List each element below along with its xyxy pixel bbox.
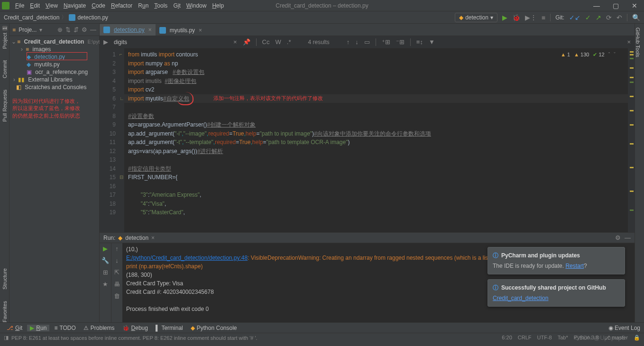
status-lineending[interactable]: CRLF [518,335,532,341]
close-find-icon[interactable]: × [627,38,631,46]
status-position[interactable]: 6:20 [502,335,512,341]
status-bar: ◨ PEP 8: E261 at least two spaces before… [0,333,644,342]
menu-tools[interactable]: Tools [151,2,170,9]
code-editor[interactable]: 12345678910111213141516171819 ⌐ ∟ ⊟ from… [100,48,635,232]
search-everywhere-button[interactable]: 🔍 [632,14,640,21]
notification-github[interactable]: ⓘSuccessfully shared project on GitHub C… [488,279,625,307]
menu-file[interactable]: File [12,2,27,9]
pullrequests-tool-button[interactable]: Pull Requests [2,90,8,122]
search-text[interactable]: digits [114,39,127,46]
up-icon[interactable]: ↑ [115,245,119,252]
tree-file-ocr[interactable]: ▣ ocr_a_reference.png [9,68,99,76]
next-match-icon[interactable]: ↓ [355,38,359,46]
github-tools-button[interactable]: GitHub Tools [635,27,641,57]
debug-button[interactable]: 🐞 [512,14,520,21]
status-indicator-icon[interactable]: ◨ [4,335,9,341]
run-icon[interactable]: ▶ [103,38,108,46]
status-indent[interactable]: Tab* [558,335,568,341]
git-update-button[interactable]: ✓↙ [569,14,580,21]
run-configuration-selector[interactable]: ◆ detection ▾ [455,13,497,22]
regex-icon[interactable]: .* [287,38,291,46]
status-encoding[interactable]: UTF-8 [537,335,552,341]
project-header-title[interactable]: Proje... [18,27,37,33]
export-icon[interactable]: ⇱ [114,269,120,276]
clear-search-icon[interactable]: × [233,38,237,46]
print-icon[interactable]: 🖶 [114,281,120,288]
console-output[interactable]: (10,) E:/python/Credit_card_detection/de… [122,243,635,322]
maximize-button[interactable]: ▢ [606,2,625,9]
hide-run-icon[interactable]: — [625,234,631,241]
project-tool-button[interactable]: Project1 [2,26,8,49]
btab-problems[interactable]: ⚠Problems [81,325,118,331]
expand-icon[interactable]: ⇅ [65,26,71,33]
file-link[interactable]: E:/python/Credit_card_detection/detectio… [126,255,248,261]
lock-icon[interactable]: 🔒 [634,335,640,341]
run-coverage-button[interactable]: ▶⋮ [525,14,537,21]
minimize-button[interactable]: — [587,2,606,9]
btab-debug[interactable]: 🐞Debug [120,325,151,331]
remove-selection-icon[interactable]: ⁻⊞ [396,38,405,46]
github-link[interactable]: Credit_card_detection [493,295,548,301]
run-button[interactable]: ▶ [502,14,507,21]
btab-git[interactable]: ⎇Git [4,325,25,331]
tool-icon[interactable]: 🔧 [101,257,109,264]
collapse-icon[interactable]: ⇵ [74,26,79,33]
btab-terminal[interactable]: ▌Terminal [153,325,186,331]
words-icon[interactable]: W [276,38,281,46]
error-stripe[interactable] [628,48,635,232]
filter-icon[interactable]: ▼ [429,38,435,46]
pin-icon[interactable]: 📌 [243,38,250,46]
menu-run[interactable]: Run [135,2,151,9]
menu-git[interactable]: Git [170,2,183,9]
settings-icon[interactable]: ≡↕ [416,38,423,46]
settings-icon[interactable]: ⚙ [82,26,87,33]
btab-run[interactable]: ▶Run [27,325,49,331]
git-history-button[interactable]: ⟳ [606,14,612,21]
git-commit-button[interactable]: ✓ [585,14,591,21]
menu-refactor[interactable]: Refactor [108,2,135,9]
menu-help[interactable]: Help [209,2,227,9]
inspection-summary[interactable]: ▲1 ▲130 ✔12 ˆˇ [561,50,616,59]
match-case-icon[interactable]: Cc [262,38,270,46]
notification-updates[interactable]: ⓘPyCharm and plugin updates The IDE is r… [488,247,625,274]
btab-todo[interactable]: ≡TODO [51,325,78,331]
favorites-tool-button[interactable]: Favorites [2,301,8,322]
event-log-button[interactable]: ◉ Event Log [608,325,640,331]
tree-scratches[interactable]: ◧ Scratches and Consoles [9,83,99,91]
select-all-icon[interactable]: ▭ [364,38,370,46]
tab-detection[interactable]: detection.py × [100,24,156,36]
pin-icon[interactable]: ★ [102,281,108,288]
down-icon[interactable]: ↓ [115,257,119,264]
tab-myutils[interactable]: myutils.py × [156,24,206,36]
locate-icon[interactable]: ⊕ [57,26,63,33]
git-push-button[interactable]: ↗ [596,14,601,21]
menu-navigate[interactable]: Navigate [61,2,89,9]
close-tab-icon[interactable]: × [199,27,202,34]
breadcrumb-file[interactable]: detection.py [77,14,108,21]
chevron-right-icon: 〉 [61,13,67,21]
menu-view[interactable]: View [43,2,61,9]
close-tab-icon[interactable]: × [148,27,152,33]
prev-match-icon[interactable]: ↑ [347,38,350,46]
trash-icon[interactable]: 🗑 [114,292,120,300]
close-button[interactable]: ✕ [625,2,644,9]
commit-tool-button[interactable]: Commit [2,60,8,78]
breadcrumb-root[interactable]: Credit_card_detection [4,14,59,21]
add-selection-icon[interactable]: ⁺⊞ [382,38,390,46]
git-rollback-button[interactable]: ↶ [616,14,622,21]
tree-root[interactable]: ⌄■ Credit_card_detection E:\pyt [9,38,99,46]
menu-edit[interactable]: Edit [27,2,43,9]
rerun-icon[interactable]: ▶ [103,245,108,252]
structure-tool-button[interactable]: Structure [2,268,8,290]
menu-window[interactable]: Window [184,2,210,9]
hide-icon[interactable]: — [90,26,96,33]
restart-link[interactable]: Restart [565,263,584,269]
layout-icon[interactable]: ⊞ [103,269,108,276]
stop-button[interactable]: ■ [542,14,545,21]
menu-code[interactable]: Code [89,2,108,9]
window-title: Credit_card_detection – detection.py [276,2,368,9]
btab-python-console[interactable]: ◆Python Console [188,325,240,331]
tree-file-myutils[interactable]: ◆ myutils.py [9,61,99,68]
tree-external-libs[interactable]: ›▮▮ External Libraries [9,76,99,83]
run-settings-icon[interactable]: ⚙ [615,234,621,241]
